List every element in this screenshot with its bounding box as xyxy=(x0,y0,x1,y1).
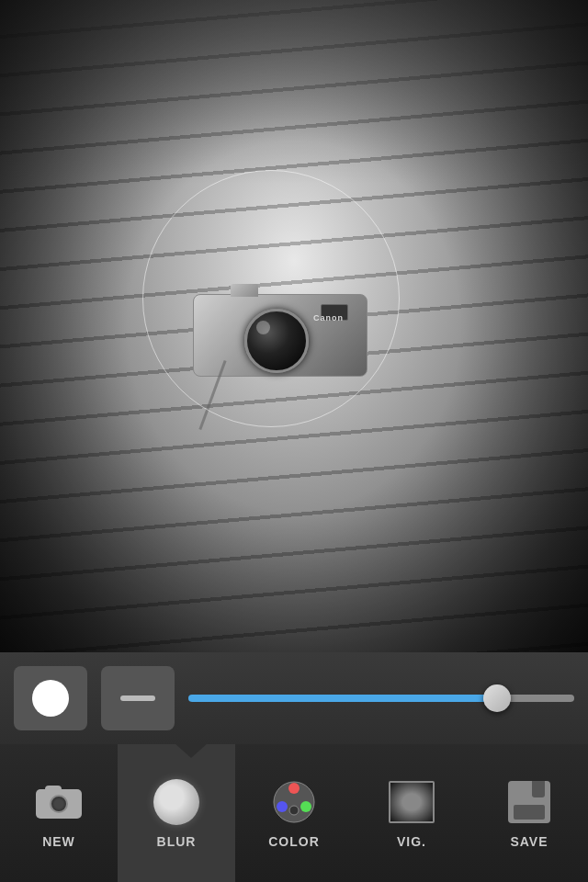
vignette-box-icon xyxy=(389,781,435,823)
blur-label: BLUR xyxy=(157,834,197,849)
vignette-overlay xyxy=(0,0,588,652)
blur-circle-icon xyxy=(153,779,199,825)
new-icon xyxy=(34,777,84,827)
blur-icon xyxy=(152,777,201,827)
color-label: COLOR xyxy=(268,834,320,849)
slider-track xyxy=(188,695,574,702)
photo-canvas[interactable]: Canon xyxy=(0,0,588,652)
color-icon xyxy=(269,777,319,827)
svg-point-2 xyxy=(300,801,311,812)
vignette-label: VIG. xyxy=(397,834,426,849)
vignette-icon xyxy=(387,777,436,827)
controls-bar xyxy=(0,652,588,744)
palette-icon xyxy=(271,779,317,825)
bottom-toolbar: NEW BLUR COLOR VIG. xyxy=(0,744,588,882)
save-label: SAVE xyxy=(510,834,548,849)
tool-vignette[interactable]: VIG. xyxy=(353,744,470,882)
save-floppy-icon xyxy=(508,781,550,823)
svg-point-3 xyxy=(277,801,288,812)
line-icon xyxy=(120,695,155,701)
circle-shape-button[interactable] xyxy=(14,666,87,730)
tool-blur[interactable]: BLUR xyxy=(118,744,235,882)
svg-point-1 xyxy=(288,783,300,794)
camera-icon xyxy=(36,786,82,819)
tool-save[interactable]: SAVE xyxy=(470,744,588,882)
new-label: NEW xyxy=(42,834,75,849)
line-shape-button[interactable] xyxy=(101,666,175,730)
svg-point-4 xyxy=(289,806,299,815)
slider-thumb[interactable] xyxy=(483,684,511,712)
circle-icon xyxy=(32,680,69,717)
blur-slider-container[interactable] xyxy=(188,695,574,702)
tool-color[interactable]: COLOR xyxy=(235,744,353,882)
save-icon xyxy=(504,777,554,827)
tool-new[interactable]: NEW xyxy=(0,744,118,882)
